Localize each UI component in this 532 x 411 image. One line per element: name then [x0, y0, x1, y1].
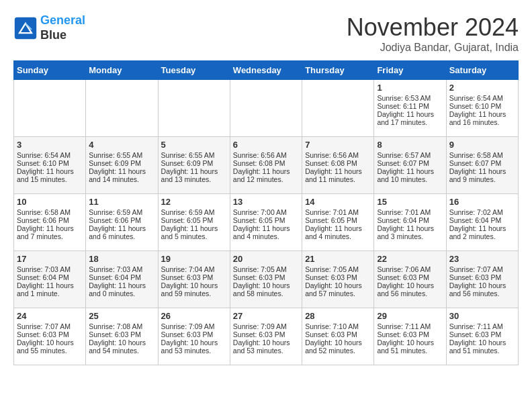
day-info: Daylight: 11 hours [161, 224, 227, 232]
calendar-cell: 9Sunrise: 6:58 AMSunset: 6:07 PMDaylight… [446, 137, 518, 194]
day-info: and 7 minutes. [17, 232, 83, 240]
calendar-cell [158, 80, 230, 137]
day-number: 22 [377, 254, 443, 264]
day-info: Daylight: 11 hours [89, 281, 154, 289]
day-info: and 15 minutes. [17, 175, 83, 183]
day-info: Sunrise: 7:01 AM [305, 208, 371, 216]
day-info: Daylight: 10 hours [377, 338, 443, 347]
calendar-week-row: 10Sunrise: 6:58 AMSunset: 6:06 PMDayligh… [14, 194, 519, 251]
calendar-cell: 30Sunrise: 7:11 AMSunset: 6:03 PMDayligh… [446, 308, 518, 365]
day-info: Sunrise: 6:56 AM [305, 151, 371, 159]
day-number: 28 [305, 311, 371, 321]
calendar-cell: 22Sunrise: 7:06 AMSunset: 6:03 PMDayligh… [374, 251, 446, 308]
day-info: and 52 minutes. [305, 347, 371, 355]
logo-text: General Blue [40, 13, 85, 42]
day-number: 16 [449, 197, 515, 207]
day-info: and 2 minutes. [449, 232, 515, 240]
day-number: 3 [17, 140, 83, 150]
day-info: Sunrise: 7:04 AM [161, 265, 227, 273]
day-info: and 4 minutes. [233, 232, 299, 240]
day-number: 8 [377, 140, 443, 150]
calendar-cell: 21Sunrise: 7:05 AMSunset: 6:03 PMDayligh… [302, 251, 374, 308]
calendar-cell: 5Sunrise: 6:55 AMSunset: 6:09 PMDaylight… [158, 137, 230, 194]
day-number: 10 [17, 197, 83, 207]
day-number: 25 [89, 311, 154, 321]
day-info: Daylight: 11 hours [305, 224, 371, 232]
day-number: 4 [89, 140, 154, 150]
title-area: November 2024 Jodiya Bandar, Gujarat, In… [347, 13, 519, 54]
day-info: Daylight: 10 hours [17, 338, 83, 347]
day-info: and 55 minutes. [17, 347, 83, 355]
calendar-cell [86, 80, 158, 137]
calendar-cell: 24Sunrise: 7:07 AMSunset: 6:03 PMDayligh… [14, 308, 86, 365]
day-info: Sunset: 6:03 PM [449, 273, 515, 281]
day-number: 12 [161, 197, 227, 207]
day-info: and 4 minutes. [305, 232, 371, 240]
day-info: and 17 minutes. [377, 118, 443, 126]
day-info: Sunrise: 7:10 AM [305, 322, 371, 330]
day-info: Daylight: 10 hours [233, 338, 299, 347]
logo: General Blue [13, 13, 85, 42]
day-info: Sunrise: 7:07 AM [17, 322, 83, 330]
day-info: Daylight: 11 hours [305, 167, 371, 175]
day-info: Sunrise: 6:58 AM [449, 151, 515, 159]
month-title: November 2024 [347, 13, 519, 42]
day-info: Sunrise: 7:08 AM [89, 322, 154, 330]
day-number: 14 [305, 197, 371, 207]
day-info: Sunset: 6:04 PM [17, 273, 83, 281]
day-number: 11 [89, 197, 154, 207]
calendar-week-row: 24Sunrise: 7:07 AMSunset: 6:03 PMDayligh… [14, 308, 519, 365]
calendar-cell: 15Sunrise: 7:01 AMSunset: 6:04 PMDayligh… [374, 194, 446, 251]
day-info: Sunset: 6:05 PM [305, 216, 371, 224]
weekday-header: Tuesday [158, 61, 230, 80]
day-info: and 54 minutes. [89, 347, 154, 355]
calendar-cell [230, 80, 302, 137]
day-number: 21 [305, 254, 371, 264]
calendar-cell: 18Sunrise: 7:03 AMSunset: 6:04 PMDayligh… [86, 251, 158, 308]
day-info: Sunset: 6:04 PM [89, 273, 154, 281]
day-info: and 56 minutes. [449, 289, 515, 298]
day-info: and 58 minutes. [233, 289, 299, 298]
day-number: 17 [17, 254, 83, 264]
day-info: Sunrise: 7:05 AM [305, 265, 371, 273]
day-number: 9 [449, 140, 515, 150]
day-info: Sunset: 6:09 PM [161, 159, 227, 167]
day-info: Sunrise: 7:05 AM [233, 265, 299, 273]
calendar-cell: 11Sunrise: 6:59 AMSunset: 6:06 PMDayligh… [86, 194, 158, 251]
day-number: 19 [161, 254, 227, 264]
day-info: Sunrise: 7:03 AM [17, 265, 83, 273]
page-header: General Blue November 2024 Jodiya Bandar… [13, 13, 519, 54]
weekday-header: Sunday [14, 61, 86, 80]
day-info: Daylight: 11 hours [377, 110, 443, 118]
calendar-week-row: 17Sunrise: 7:03 AMSunset: 6:04 PMDayligh… [14, 251, 519, 308]
day-info: and 1 minute. [17, 289, 83, 298]
day-info: and 53 minutes. [233, 347, 299, 355]
day-info: Sunset: 6:06 PM [17, 216, 83, 224]
calendar-cell: 20Sunrise: 7:05 AMSunset: 6:03 PMDayligh… [230, 251, 302, 308]
calendar-cell: 28Sunrise: 7:10 AMSunset: 6:03 PMDayligh… [302, 308, 374, 365]
day-info: and 16 minutes. [449, 118, 515, 126]
day-info: Daylight: 10 hours [89, 338, 154, 347]
calendar-cell [14, 80, 86, 137]
day-info: Daylight: 10 hours [449, 338, 515, 347]
day-number: 13 [233, 197, 299, 207]
day-info: Sunset: 6:11 PM [377, 102, 443, 110]
calendar-cell [302, 80, 374, 137]
day-info: Sunrise: 6:57 AM [377, 151, 443, 159]
day-info: Daylight: 11 hours [449, 224, 515, 232]
day-number: 20 [233, 254, 299, 264]
day-info: Sunset: 6:08 PM [233, 159, 299, 167]
day-info: Sunset: 6:03 PM [305, 273, 371, 281]
day-info: Daylight: 10 hours [377, 281, 443, 289]
day-info: and 56 minutes. [377, 289, 443, 298]
calendar-cell: 27Sunrise: 7:09 AMSunset: 6:03 PMDayligh… [230, 308, 302, 365]
day-info: Sunset: 6:09 PM [89, 159, 154, 167]
day-number: 23 [449, 254, 515, 264]
day-info: Daylight: 10 hours [305, 338, 371, 347]
day-info: and 51 minutes. [449, 347, 515, 355]
day-info: and 59 minutes. [161, 289, 227, 298]
day-info: and 53 minutes. [161, 347, 227, 355]
day-info: and 9 minutes. [449, 175, 515, 183]
day-info: Sunrise: 7:07 AM [449, 265, 515, 273]
calendar-cell: 13Sunrise: 7:00 AMSunset: 6:05 PMDayligh… [230, 194, 302, 251]
